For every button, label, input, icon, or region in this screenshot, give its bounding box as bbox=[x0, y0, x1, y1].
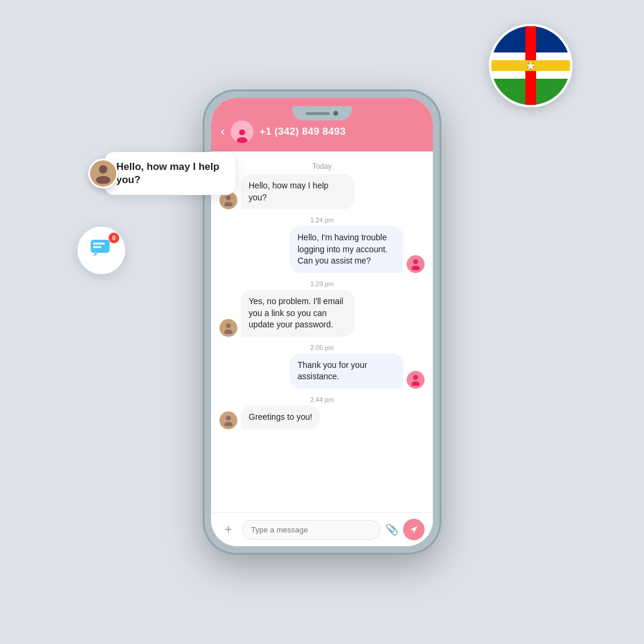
svg-point-7 bbox=[224, 329, 233, 334]
svg-point-6 bbox=[226, 323, 231, 328]
svg-point-5 bbox=[411, 265, 420, 270]
message-input[interactable] bbox=[242, 520, 380, 540]
bubble-sent: Hello, I'm having trouble logging into m… bbox=[290, 226, 403, 273]
send-button[interactable] bbox=[403, 519, 425, 540]
svg-rect-16 bbox=[93, 246, 101, 248]
svg-point-4 bbox=[413, 259, 418, 264]
message-row-sent: Hello, I'm having trouble logging into m… bbox=[219, 226, 425, 273]
svg-point-8 bbox=[413, 375, 418, 380]
notification-badge: 0 bbox=[109, 233, 119, 243]
chat-body: Today Hello, how may I help you? 1.24 pm bbox=[211, 151, 433, 512]
timestamp-4: 2.44 pm bbox=[219, 396, 425, 403]
header-phone-number: +1 (342) 849 8493 bbox=[259, 126, 346, 138]
header-avatar bbox=[231, 120, 253, 143]
timestamp-1: 1.24 pm bbox=[219, 216, 425, 224]
avatar-male-3 bbox=[219, 411, 237, 429]
notification-bubble: 0 bbox=[78, 227, 125, 274]
svg-point-1 bbox=[237, 137, 247, 143]
bubble-received-3: Greetings to you! bbox=[241, 405, 320, 429]
message-row-sent-2: Thank you for your assistance. bbox=[219, 354, 425, 389]
speaker bbox=[306, 112, 330, 115]
svg-point-2 bbox=[226, 196, 231, 200]
avatar-female-2 bbox=[407, 371, 425, 389]
svg-rect-15 bbox=[93, 243, 105, 244]
back-button[interactable]: ‹ bbox=[221, 125, 225, 138]
message-row-2: Yes, no problem. I'll email you a link s… bbox=[219, 290, 425, 337]
floating-sender-avatar bbox=[88, 159, 118, 188]
svg-point-12 bbox=[99, 165, 107, 174]
svg-point-3 bbox=[224, 202, 233, 207]
avatar-male-2 bbox=[219, 319, 237, 337]
svg-point-10 bbox=[226, 416, 231, 420]
flag-star: ★ bbox=[525, 58, 536, 73]
speech-bubble-text: Hello, how may I help you? bbox=[116, 160, 224, 187]
speech-bubble: Hello, how may I help you? bbox=[104, 152, 236, 195]
phone-screen: ‹ +1 (342) 849 8493 Today bbox=[211, 98, 433, 546]
attach-button[interactable]: 📎 bbox=[385, 523, 398, 536]
svg-point-11 bbox=[224, 422, 233, 426]
timestamp-2: 1.29 pm bbox=[219, 280, 425, 287]
bubble-received: Hello, how may I help you? bbox=[241, 174, 354, 209]
svg-point-0 bbox=[239, 129, 245, 135]
svg-point-9 bbox=[411, 381, 420, 386]
country-flag: ★ bbox=[489, 24, 572, 107]
add-button[interactable]: + bbox=[219, 521, 237, 538]
timestamp-3: 2.05 pm bbox=[219, 344, 425, 351]
camera bbox=[333, 111, 338, 116]
chat-input-area: + 📎 bbox=[211, 512, 433, 546]
svg-point-13 bbox=[96, 176, 110, 184]
bubble-received-2: Yes, no problem. I'll email you a link s… bbox=[241, 290, 354, 337]
phone-notch bbox=[292, 106, 352, 120]
date-divider: Today bbox=[219, 162, 425, 171]
phone-frame: ‹ +1 (342) 849 8493 Today bbox=[203, 89, 441, 555]
avatar-female bbox=[407, 255, 425, 273]
bubble-sent-2: Thank you for your assistance. bbox=[290, 354, 403, 389]
scene: ‹ +1 (342) 849 8493 Today bbox=[0, 0, 644, 644]
message-row: Hello, how may I help you? bbox=[219, 174, 425, 209]
message-row-3: Greetings to you! bbox=[219, 405, 425, 429]
